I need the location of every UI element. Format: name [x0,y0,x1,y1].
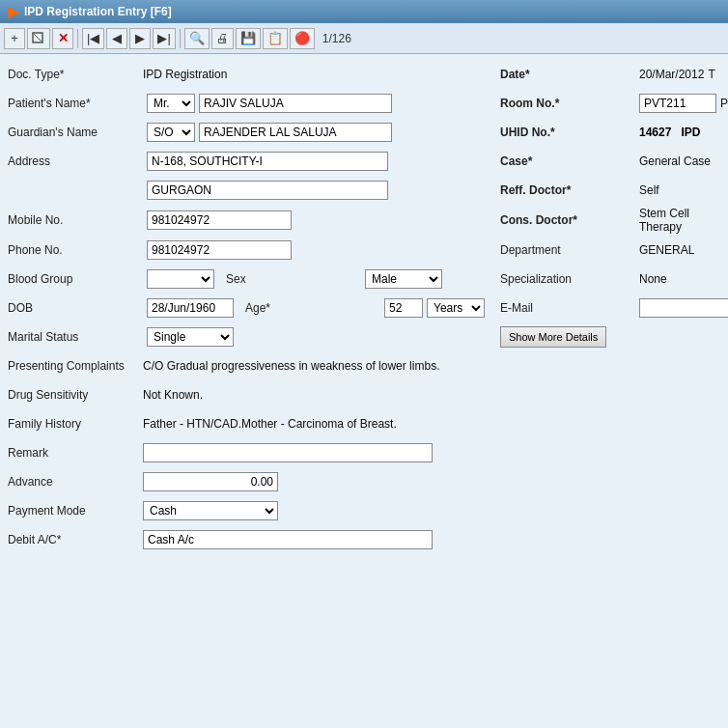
age-input[interactable] [384,298,423,318]
exit-button[interactable]: 🔴 [290,28,315,49]
department-label: Department [500,243,635,257]
address-line2-input[interactable] [147,181,388,200]
drug-sens-value: Not Known. [143,388,203,402]
row-bloodgroup: Blood Group A+ A- B+ B- O+ O- AB+ AB- Se… [8,266,720,292]
last-button[interactable]: ▶| [153,28,175,49]
blood-group-select[interactable]: A+ A- B+ B- O+ O- AB+ AB- [147,269,214,289]
advance-input[interactable] [143,472,278,491]
print-button[interactable]: 🖨 [211,28,234,49]
department-value: GENERAL [639,243,694,257]
doctype-value: IPD Registration [143,68,227,81]
svg-line-1 [33,33,42,42]
uhid-value: 14627 IPD [639,126,700,139]
remark-input[interactable] [143,443,433,462]
show-more-details-button[interactable]: Show More Details [500,326,606,348]
address-label: Address [8,154,143,168]
room-no-input[interactable] [639,94,716,113]
payment-mode-label: Payment Mode [8,504,143,518]
guardian-label: Guardian's Name [8,126,143,139]
row-dob: DOB Age* Years Months Days E-Mail [8,295,720,321]
debit-ac-label: Debit A/C* [8,533,143,546]
row-remark: Remark [8,440,720,465]
sep2 [180,29,181,48]
row-guardian: Guardian's Name S/O D/O W/O UHID No.* 14… [8,120,720,145]
guardian-name-input[interactable] [199,123,392,142]
guardian-relation-select[interactable]: S/O D/O W/O [147,123,195,142]
specialization-label: Specialization [500,272,635,286]
row-doctype: Doc. Type* IPD Registration Date* 20/Mar… [8,62,720,87]
doctype-label: Doc. Type* [8,68,143,81]
sex-label: Sex [226,272,361,286]
record-count: 1/126 [322,32,351,45]
row-advance: Advance [8,469,720,494]
room-extra: P [720,97,728,110]
advance-label: Advance [8,475,143,489]
row-mobile: Mobile No. Cons. Doctor* Stem Cell Thera… [8,207,720,234]
save-button[interactable]: 💾 [236,28,261,49]
marital-status-select[interactable]: Single Married Divorced Widowed [147,327,234,347]
dob-input[interactable] [147,298,234,318]
prev-button[interactable]: ◀ [106,28,127,49]
marital-status-label: Marital Status [8,330,143,344]
phone-label: Phone No. [8,243,143,257]
remark-label: Remark [8,446,143,460]
row-address2: Reff. Doctor* Self [8,178,720,203]
row-presenting: Presenting Complaints C/O Gradual progre… [8,353,720,378]
specialization-value: None [639,272,667,286]
next-button[interactable]: ▶ [129,28,151,49]
mobile-input[interactable] [147,210,292,230]
delete-button[interactable]: ✕ [52,28,73,49]
room-no-label: Room No.* [500,97,635,110]
patient-title-select[interactable]: Mr. Mrs. Ms. [147,94,195,113]
mobile-label: Mobile No. [8,213,143,227]
add-button[interactable]: + [4,28,25,49]
edit-button[interactable] [27,28,50,49]
age-label: Age* [245,301,380,315]
uhid-label: UHID No.* [500,126,635,139]
family-history-label: Family History [8,417,143,431]
patient-name-input[interactable] [199,94,392,113]
row-patient: Patient's Name* Mr. Mrs. Ms. Room No.* P [8,91,720,116]
title-bar: ▶ IPD Registration Entry [F6] [0,0,728,23]
drug-sens-label: Drug Sensitivity [8,388,143,402]
window-title: IPD Registration Entry [F6] [24,5,172,18]
row-phone: Phone No. Department GENERAL [8,238,720,263]
phone-input[interactable] [147,240,292,260]
row-address1: Address Case* General Case [8,149,720,174]
row-family-history: Family History Father - HTN/CAD.Mother -… [8,411,720,436]
payment-mode-select[interactable]: Cash Card Cheque Online [143,501,278,520]
date-value: 20/Mar/2012 [639,68,704,81]
dob-label: DOB [8,301,143,315]
cons-doctor-value: Stem Cell Therapy [639,207,720,234]
patient-name-label: Patient's Name* [8,97,143,110]
debit-ac-input[interactable] [143,530,433,549]
age-unit-select[interactable]: Years Months Days [427,298,485,318]
copy-button[interactable]: 📋 [263,28,288,49]
presenting-value: C/O Gradual progressiveness in weakness … [143,359,439,373]
presenting-label: Presenting Complaints [8,359,143,373]
reff-doctor-label: Reff. Doctor* [500,183,635,197]
family-history-value: Father - HTN/CAD.Mother - Carcinoma of B… [143,417,397,431]
search-button[interactable]: 🔍 [184,28,210,49]
form-area: Doc. Type* IPD Registration Date* 20/Mar… [0,54,728,728]
case-value: General Case [639,154,711,168]
row-payment-mode: Payment Mode Cash Card Cheque Online [8,498,720,523]
sex-select[interactable]: Male Female [365,269,442,289]
sep1 [77,29,78,48]
blood-group-label: Blood Group [8,272,143,286]
address-line1-input[interactable] [147,152,388,171]
app-icon: ▶ [8,4,18,19]
toolbar: + ✕ |◀ ◀ ▶ ▶| 🔍 🖨 💾 📋 🔴 1/126 [0,23,728,54]
date-extra: T [708,68,714,81]
row-debit-ac: Debit A/C* [8,527,720,552]
case-label: Case* [500,154,635,168]
date-label: Date* [500,68,635,81]
row-drug-sens: Drug Sensitivity Not Known. [8,382,720,407]
row-marital: Marital Status Single Married Divorced W… [8,324,720,350]
reff-doctor-value: Self [639,183,659,197]
email-label: E-Mail [500,301,635,315]
first-button[interactable]: |◀ [82,28,104,49]
cons-doctor-label: Cons. Doctor* [500,213,635,227]
email-input[interactable] [639,298,728,318]
